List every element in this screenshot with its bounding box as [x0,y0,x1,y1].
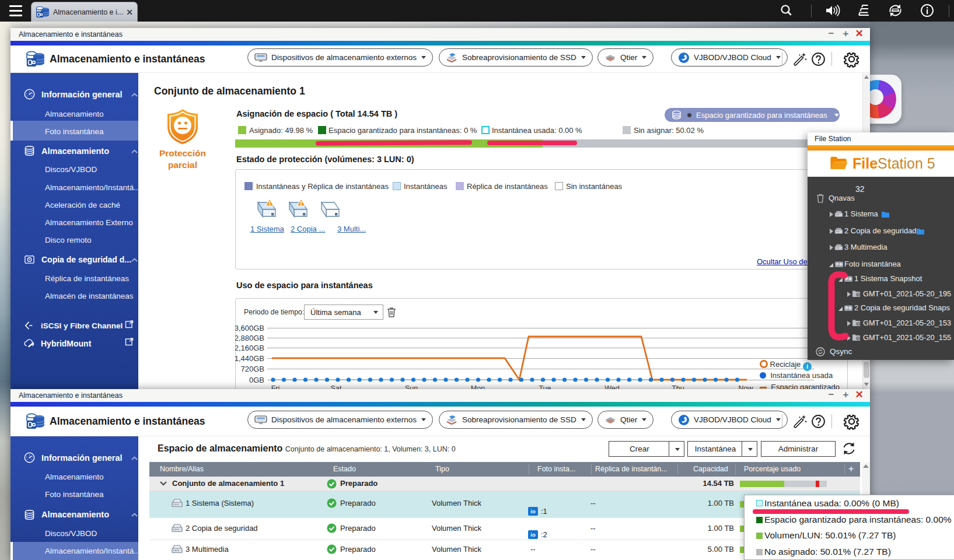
svg-text:1,440GB: 1,440GB [235,354,264,363]
svg-text:2,880GB: 2,880GB [235,334,264,342]
svg-text:720GB: 720GB [241,365,264,373]
svg-text:0GB: 0GB [249,376,264,384]
svg-text:2,160GB: 2,160GB [235,344,264,352]
svg-text:3,600GB: 3,600GB [235,324,264,332]
